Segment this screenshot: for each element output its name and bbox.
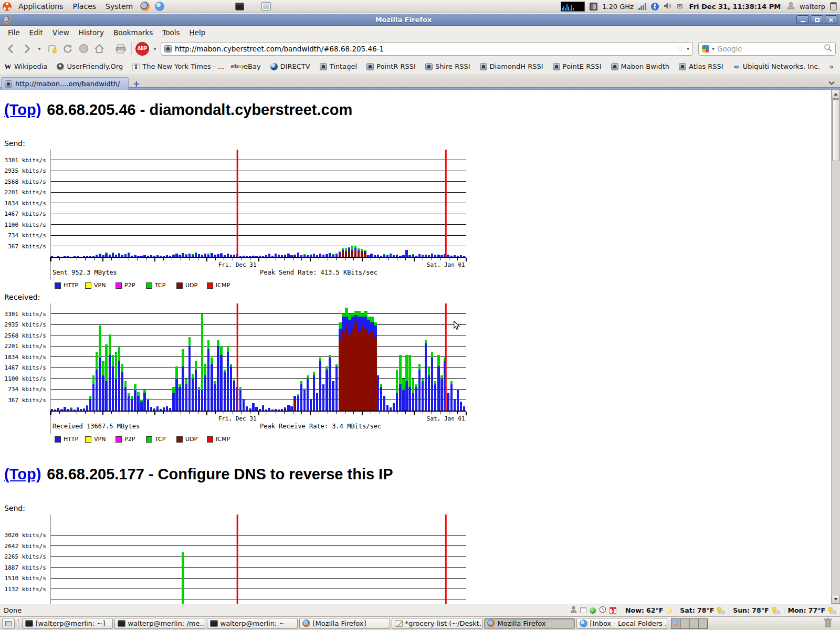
bookmark-label: PointE RSSI [563,62,602,70]
bookmark-mabon-bwidth[interactable]: Mabon Bwidth [611,62,670,70]
bookmark-ubiquiti-networks-inc[interactable]: ≈Ubiquiti Networks, Inc. [733,62,820,70]
menu-edit[interactable]: Edit [25,27,48,38]
person-status-icon[interactable] [570,606,577,615]
bookmark-wikipedia[interactable]: WWikipedia [4,62,47,70]
scroll-up-icon[interactable] [832,90,840,99]
weather-now[interactable]: Now: 62°F [622,606,676,614]
titlebar[interactable]: Mozilla Firefox × [0,14,840,26]
legend-name: ICMP [216,282,230,289]
url-input[interactable] [175,45,674,53]
bookmark-pointr-rssi[interactable]: PointR RSSI [366,62,416,70]
bookmark-star-icon[interactable]: ☆ [677,44,684,54]
menu-bookmarks[interactable]: Bookmarks [109,27,158,38]
adblock-icon[interactable]: ABP [135,42,149,56]
weather-mon[interactable]: Mon: 77°F [784,606,840,614]
weather-sat[interactable]: Sat: 78°F [676,606,729,614]
bookmark-userfriendly-org[interactable]: UserFriendly.Org [57,62,123,70]
history-dropdown-icon[interactable]: ▾ [36,42,43,56]
taskbar-walterp-merlin-me[interactable]: walterp@merlin: /me... [114,618,205,629]
mail-icon[interactable]: ✉ [677,2,683,10]
system-menu[interactable]: System [101,1,138,12]
adblock-dropdown-icon[interactable]: ▾ [151,42,159,56]
system-monitor-applet[interactable] [561,2,585,12]
applications-menu[interactable]: Applications [14,1,68,12]
taskbar-walterp-merlin[interactable]: [walterp@merlin: ~] [22,618,113,629]
vertical-scrollbar[interactable] [831,90,840,604]
clock-status-icon[interactable] [599,606,606,615]
bluetooth-icon[interactable] [651,3,659,10]
forward-icon[interactable] [20,42,34,56]
bookmarks-overflow-icon[interactable]: » [827,62,836,71]
bookmark-shire-rssi[interactable]: Shire RSSI [425,62,470,70]
display-icon[interactable] [830,2,837,10]
url-bar[interactable]: ☆ ▾ [161,42,693,56]
generic-icon [679,63,686,70]
bookmark-pointe-rssi[interactable]: PointE RSSI [553,62,602,70]
search-input[interactable] [717,45,821,53]
menu-help[interactable]: Help [185,27,211,38]
home-icon[interactable] [92,42,106,56]
close-button[interactable]: × [825,15,837,24]
url-dropdown-icon[interactable]: ▾ [687,46,689,51]
terminal-launcher-icon[interactable] [235,3,244,10]
list-all-tabs-icon[interactable] [828,80,835,87]
calendar-status-icon[interactable]: 5 [610,607,616,614]
legend-name: P2P [124,282,135,289]
sun-cloud-icon [771,607,780,614]
scroll-down-icon[interactable] [832,595,840,604]
bookmark-diamondh-rssi[interactable]: DiamondH RSSI [480,62,543,70]
workspace-4[interactable] [698,619,707,628]
trash-icon[interactable] [823,617,833,630]
weather-sun[interactable]: Sun: 78°F [729,606,783,614]
remote-desktop-launcher-icon[interactable] [261,2,271,10]
bookmark-directv[interactable]: DIRECTV [270,62,310,70]
bookmark-atlas-rssi[interactable]: Atlas RSSI [679,62,723,70]
back-icon[interactable] [4,42,18,56]
terminal-icon [25,620,33,627]
taskbar-mozilla-firefox[interactable]: Mozilla Firefox [484,618,575,629]
workspace-switcher[interactable] [671,618,708,629]
menu-view[interactable]: View [48,27,74,38]
workspace-2[interactable] [680,619,689,628]
taskbar-walterp-merlin[interactable]: walterp@merlin: ~ [207,618,298,629]
taskbar-inbox-local-folders[interactable]: [Inbox - Local Folders ... [576,618,667,629]
places-menu[interactable]: Places [68,1,101,12]
show-desktop-button[interactable] [2,618,15,629]
minimize-button[interactable] [796,15,809,24]
search-icon[interactable] [824,44,832,54]
firefox-launcher-icon[interactable] [140,2,150,11]
bookmark-ebay[interactable]: ebayeBay [234,62,261,70]
svg-text:2642 kbits/s: 2642 kbits/s [5,543,46,550]
ubuntu-logo-icon[interactable] [3,2,12,11]
cpu-frequency-icon[interactable] [590,3,597,10]
package-status-icon[interactable] [580,607,586,613]
maximize-button[interactable] [811,15,823,24]
network-signal-icon[interactable] [638,3,646,10]
panel-clock[interactable]: Fri Dec 31, 11:38:14 PM [688,3,783,10]
volume-icon[interactable] [664,2,672,11]
tab-bandwidth[interactable]: http://mabon....om/bandwidth/ [1,77,129,90]
gnome-top-panel: Applications Places System 1.20 GHz ✉ Fr… [0,0,840,13]
thunderbird-launcher-icon[interactable] [155,2,164,11]
scrollbar-thumb[interactable] [832,99,839,161]
reload-icon[interactable] [61,42,75,56]
taskbar-mozilla-firefox[interactable]: [Mozilla Firefox] [299,618,390,629]
menu-tools[interactable]: Tools [158,27,184,38]
menu-file[interactable]: File [3,27,25,38]
print-icon[interactable] [114,42,128,56]
status-indicator-icon[interactable] [590,607,596,614]
bookmark-page-icon[interactable] [45,42,59,56]
weather-label: Now: 62°F [625,606,663,614]
taskbar-grocery-list-deskt[interactable]: *grocery-list (~/Deskt... [392,618,482,629]
search-engine-dropdown-icon[interactable]: ▾ [712,46,715,51]
menu-history[interactable]: History [74,27,109,38]
workspace-3[interactable] [689,619,698,628]
workspace-1[interactable] [671,619,680,628]
stop-icon[interactable] [77,42,90,56]
user-menu[interactable]: walterp [800,3,825,10]
new-tab-button[interactable]: + [133,80,140,88]
bookmark-the-new-york-times[interactable]: TThe New York Times - ... [132,62,224,70]
bookmark-tintagel[interactable]: Tintagel [320,62,357,70]
ebay-icon: ebay [234,63,241,70]
search-box[interactable]: ▾ [698,42,836,56]
